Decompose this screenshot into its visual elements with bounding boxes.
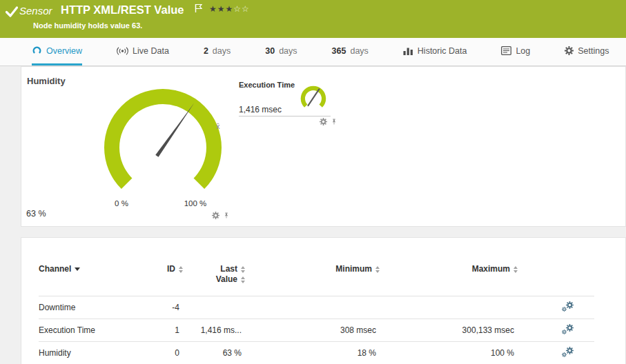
- pin-icon[interactable]: [223, 212, 230, 219]
- gear-icon: [562, 330, 567, 334]
- priority-flag-icon[interactable]: [195, 3, 203, 13]
- sort-icon[interactable]: [513, 266, 518, 273]
- tab-2-days[interactable]: 2 days: [204, 38, 231, 65]
- channel-name: Execution Time: [39, 325, 142, 335]
- tab-365-days-unit: days: [350, 46, 368, 56]
- sort-icon[interactable]: [241, 266, 246, 273]
- column-header-actions: [518, 264, 594, 296]
- sort-icon[interactable]: [179, 266, 184, 273]
- gear-icon: [566, 347, 574, 354]
- status-check-icon: [6, 6, 18, 17]
- tab-historic-data[interactable]: Historic Data: [403, 38, 467, 65]
- channel-name: Downtime: [39, 303, 142, 312]
- channel-table: Channel ID Last Value Minimum Maximum Do…: [21, 238, 625, 364]
- gear-icon: [566, 301, 574, 309]
- live-data-icon: [117, 46, 128, 56]
- sort-icon[interactable]: [375, 266, 380, 273]
- page-title: HTTP XML/REST Value: [61, 3, 184, 17]
- chevron-down-icon: [75, 267, 80, 271]
- mini-gauge-title: Execution Time: [239, 81, 295, 89]
- tab-2-days-number: 2: [204, 46, 208, 56]
- overview-gauge-icon: [32, 46, 42, 56]
- tab-30-days-number: 30: [265, 46, 275, 56]
- gauge-current-value: 63 %: [26, 209, 46, 219]
- table-row: Humidity 0 63 % 18 % 100 %: [39, 341, 594, 364]
- channel-maximum: 100 %: [380, 348, 518, 358]
- tab-live-data[interactable]: Live Data: [117, 38, 169, 65]
- gauge-average-marker: x̄: [216, 122, 220, 130]
- execution-time-gauge: [297, 83, 331, 117]
- gear-icon: [565, 46, 574, 55]
- channel-settings-icon[interactable]: [562, 324, 574, 334]
- column-header-maximum[interactable]: Maximum: [380, 264, 518, 296]
- mini-gauge-value: 1,416 msec: [239, 105, 282, 114]
- channel-maximum: 300,133 msec: [380, 325, 518, 335]
- column-header-channel-label: Channel: [39, 264, 71, 274]
- tab-live-data-label: Live Data: [133, 46, 169, 56]
- table-row: Downtime -4: [39, 296, 594, 318]
- gear-icon[interactable]: [320, 118, 327, 125]
- channel-settings-icon[interactable]: [562, 347, 574, 357]
- gauge-panel-title: Humidity: [27, 76, 66, 86]
- priority-stars[interactable]: ★★★☆☆: [209, 4, 250, 14]
- overview-gauge-panel: Humidity 0 % 100 % x̄ 63 % Execution Tim…: [21, 66, 626, 227]
- gear-icon[interactable]: [212, 212, 219, 219]
- column-header-last-value[interactable]: Last Value: [184, 264, 246, 296]
- channel-last-value: 63 %: [184, 348, 246, 358]
- log-list-icon: [501, 46, 511, 55]
- star-filled-icon[interactable]: ★: [226, 4, 234, 14]
- tab-overview[interactable]: Overview: [32, 38, 82, 65]
- column-header-maximum-label: Maximum: [472, 264, 510, 274]
- sensor-status-message: Node humidity holds value 63.: [33, 21, 142, 30]
- channel-id: -4: [142, 303, 184, 312]
- mini-gauge-needle: [308, 89, 319, 105]
- tab-log-label: Log: [516, 46, 530, 56]
- gear-icon: [566, 324, 574, 332]
- sort-icon[interactable]: [241, 276, 246, 283]
- tab-bar: Overview Live Data 2 days 30 days 365 da…: [0, 38, 626, 66]
- tab-2-days-unit: days: [213, 46, 231, 56]
- mini-gauge-toolbar: [320, 118, 338, 125]
- column-header-value-label: Value: [216, 274, 237, 285]
- star-empty-icon[interactable]: ☆: [233, 4, 242, 14]
- tab-log[interactable]: Log: [501, 38, 530, 65]
- column-header-minimum[interactable]: Minimum: [246, 264, 380, 296]
- channel-minimum: 18 %: [246, 348, 380, 358]
- star-empty-icon[interactable]: ☆: [242, 4, 250, 14]
- channel-last-value: 1,416 ms...: [184, 325, 246, 335]
- column-header-id-label: ID: [167, 264, 175, 274]
- tab-settings-label: Settings: [578, 46, 609, 56]
- gear-icon: [562, 352, 567, 357]
- gauge-min-label: 0 %: [108, 199, 135, 208]
- table-row: Execution Time 1 1,416 ms... 308 msec 30…: [39, 318, 594, 341]
- star-filled-icon[interactable]: ★: [209, 4, 217, 14]
- column-header-id[interactable]: ID: [142, 264, 184, 296]
- gauge-max-label: 100 %: [179, 199, 212, 208]
- table-header-row: Channel ID Last Value Minimum Maximum: [39, 264, 594, 296]
- column-header-channel[interactable]: Channel: [39, 264, 142, 296]
- tab-historic-data-label: Historic Data: [418, 46, 467, 56]
- pin-icon[interactable]: [331, 118, 338, 125]
- tab-30-days[interactable]: 30 days: [265, 38, 297, 65]
- channel-id: 1: [142, 325, 184, 335]
- sensor-header: Sensor HTTP XML/REST Value ★★★☆☆ Node hu…: [0, 0, 626, 38]
- mini-gauge-baseline: [239, 116, 331, 117]
- channel-settings-icon[interactable]: [562, 301, 574, 312]
- tab-365-days-number: 365: [332, 46, 346, 56]
- channel-table-panel: Channel ID Last Value Minimum Maximum Do…: [21, 237, 626, 364]
- star-filled-icon[interactable]: ★: [217, 4, 226, 14]
- channel-id: 0: [142, 348, 184, 358]
- object-kind-label: Sensor: [19, 5, 52, 17]
- tab-overview-label: Overview: [46, 46, 82, 56]
- channel-name: Humidity: [39, 348, 142, 358]
- gauge-toolbar: [212, 212, 230, 219]
- column-header-minimum-label: Minimum: [335, 264, 372, 274]
- channel-minimum: 308 msec: [246, 325, 380, 335]
- tab-365-days[interactable]: 365 days: [332, 38, 369, 65]
- bar-chart-icon: [403, 46, 413, 55]
- column-header-last-label: Last: [220, 264, 237, 274]
- tab-30-days-unit: days: [279, 46, 297, 56]
- tab-settings[interactable]: Settings: [565, 38, 609, 65]
- gear-icon: [562, 307, 567, 312]
